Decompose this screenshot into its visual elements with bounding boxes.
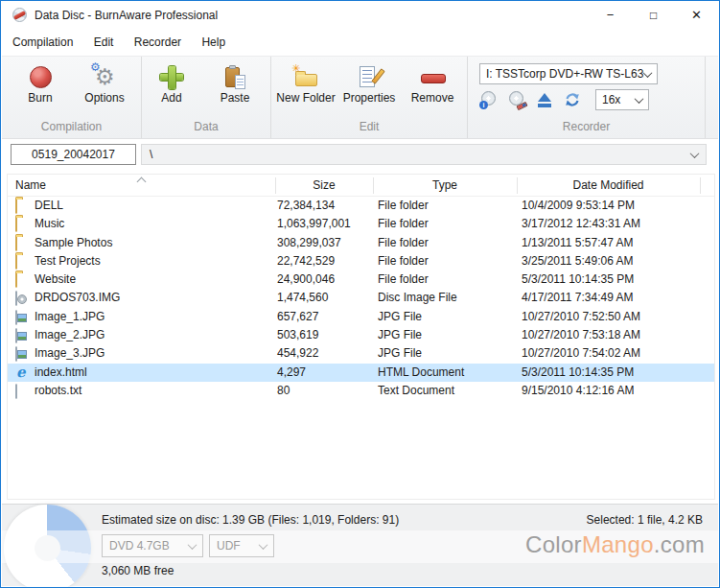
properties-button[interactable]: Properties [337, 63, 402, 106]
file-name: Image_1.JPG [35, 308, 105, 326]
toolbar-group-recorder: I: TSSTcorp DVD+-RW TS-L632 i [468, 57, 706, 138]
jpg-file-icon [15, 328, 17, 343]
file-date-modified: 5/3/2011 10:14:35 PM [522, 270, 634, 289]
paste-clipboard-icon [222, 65, 247, 90]
file-system-select[interactable]: UDF [209, 534, 274, 557]
column-header-size[interactable]: Size [275, 175, 373, 197]
file-date-modified: 4/17/2011 7:34:49 AM [522, 289, 634, 307]
file-size: 4,297 [277, 364, 306, 382]
window-title: Data Disc - BurnAware Professional [35, 1, 218, 30]
table-row[interactable]: Image_1.JPG 657,627 JPG File 10/27/2010 … [8, 308, 714, 326]
menu-recorder[interactable]: Recorder [126, 30, 190, 56]
file-type: File folder [378, 215, 429, 233]
folder-icon [15, 199, 17, 214]
file-size: 454,922 [277, 344, 318, 363]
file-size: 503,619 [277, 326, 318, 344]
file-date-modified: 1/13/2011 5:57:47 AM [522, 234, 634, 252]
column-header-name[interactable]: Name [15, 175, 46, 197]
toolbar-group-compilation: Burn ⚙⚙ Options Compilation [2, 57, 142, 138]
colormango-watermark: ColorMango.com [525, 531, 705, 558]
file-size: 308,299,037 [277, 234, 341, 252]
column-header-type[interactable]: Type [373, 175, 517, 197]
minimize-icon: − [607, 8, 615, 22]
title-bar[interactable]: Data Disc - BurnAware Professional − □ ✕ [2, 1, 718, 30]
app-logo-icon [12, 8, 27, 22]
file-date-modified: 10/4/2009 9:53:14 PM [522, 197, 635, 215]
menu-help[interactable]: Help [193, 30, 234, 56]
refresh-icon [563, 90, 582, 109]
file-type: File folder [378, 270, 429, 289]
file-size: 1,474,560 [277, 289, 328, 307]
file-date-modified: 9/15/2010 4:12:16 AM [522, 382, 634, 400]
file-type: Disc Image File [378, 289, 457, 307]
table-row[interactable]: Test Projects 22,742,529 File folder 3/2… [8, 252, 714, 270]
close-button[interactable]: ✕ [675, 1, 718, 30]
refresh-button[interactable] [563, 90, 582, 109]
properties-label: Properties [337, 91, 402, 106]
path-dropdown[interactable]: \ [141, 144, 707, 165]
file-name: Image_3.JPG [35, 344, 105, 363]
menu-bar: Compilation Edit Recorder Help [2, 30, 718, 56]
table-row[interactable]: index.html 4,297 HTML Document 5/3/2011 … [8, 364, 714, 382]
disc-capacity-select[interactable]: DVD 4.7GB [102, 534, 203, 557]
add-button[interactable]: Add [148, 63, 196, 106]
file-type: File folder [378, 234, 429, 252]
table-row[interactable]: Image_2.JPG 503,619 JPG File 10/27/2010 … [8, 326, 714, 344]
remove-button[interactable]: Remove [404, 63, 461, 106]
file-name: Image_2.JPG [35, 326, 105, 344]
table-row[interactable]: Website 24,900,046 File folder 5/3/2011 … [8, 270, 714, 289]
status-panel: Estimated size on disc: 1.39 GB (Files: … [2, 504, 718, 586]
table-row[interactable]: robots.txt 80 Text Document 9/15/2010 4:… [8, 382, 714, 400]
paste-button[interactable]: Paste [207, 63, 263, 106]
sort-ascending-icon [137, 177, 147, 187]
table-row[interactable]: DELL 72,384,134 File folder 10/4/2009 9:… [8, 197, 714, 215]
burn-disc-icon [30, 66, 52, 88]
chevron-down-icon [635, 94, 644, 104]
chevron-down-icon [259, 540, 268, 550]
table-row[interactable]: Sample Photos 308,299,037 File folder 1/… [8, 234, 714, 252]
table-row[interactable]: DRDOS703.IMG 1,474,560 Disc Image File 4… [8, 289, 714, 307]
disc-name-input[interactable]: 0519_20042017 [11, 144, 136, 165]
options-button[interactable]: ⚙⚙ Options [75, 63, 134, 106]
column-header-date[interactable]: Date Modified [517, 175, 700, 197]
file-size: 1,063,997,001 [277, 215, 351, 233]
chevron-down-icon [643, 68, 653, 78]
file-table: Name Size Type Date Modified DELL 72,384… [7, 174, 715, 500]
file-name: index.html [35, 364, 87, 382]
minimize-button[interactable]: − [589, 1, 632, 30]
maximize-button[interactable]: □ [632, 1, 675, 30]
file-date-modified: 10/27/2010 7:54:02 AM [522, 344, 640, 363]
compilation-bar: 0519_20042017 \ [2, 140, 718, 172]
new-folder-button[interactable]: ✳ New Folder [273, 63, 338, 106]
group-label-data: Data [142, 120, 270, 133]
close-icon: ✕ [691, 8, 702, 22]
burn-button[interactable]: Burn [15, 63, 65, 106]
free-space-text: 3,060 MB free [102, 564, 174, 577]
table-row[interactable]: Image_3.JPG 454,922 JPG File 10/27/2010 … [8, 344, 714, 363]
disc-info-button[interactable]: i [479, 90, 499, 109]
drive-select-value: I: TSSTcorp DVD+-RW TS-L632 [486, 67, 644, 81]
toolbar-group-data: Add Paste Data [142, 57, 271, 138]
speed-select[interactable]: 16x [595, 89, 649, 110]
file-table-body: DELL 72,384,134 File folder 10/4/2009 9:… [8, 197, 714, 400]
app-window: Data Disc - BurnAware Professional − □ ✕… [0, 0, 720, 588]
table-row[interactable]: Music 1,063,997,001 File folder 3/17/201… [8, 215, 714, 233]
file-size: 22,742,529 [277, 252, 335, 270]
properties-document-icon [356, 65, 383, 90]
jpg-file-icon [15, 346, 17, 362]
disc-capacity-value: DVD 4.7GB [109, 539, 189, 553]
menu-compilation[interactable]: Compilation [4, 30, 81, 56]
eject-button[interactable] [535, 90, 554, 109]
file-size: 24,900,046 [277, 270, 335, 289]
file-name: Test Projects [35, 252, 101, 270]
erase-disc-button[interactable] [507, 90, 526, 109]
drive-select[interactable]: I: TSSTcorp DVD+-RW TS-L632 [479, 63, 658, 84]
add-label: Add [148, 91, 196, 106]
file-name: Sample Photos [35, 234, 112, 252]
menu-edit[interactable]: Edit [85, 30, 123, 56]
toolbar: Burn ⚙⚙ Options Compilation Add [2, 56, 718, 139]
folder-icon [15, 236, 17, 251]
file-size: 80 [277, 382, 290, 400]
file-type: HTML Document [378, 364, 464, 382]
file-system-value: UDF [217, 539, 260, 553]
